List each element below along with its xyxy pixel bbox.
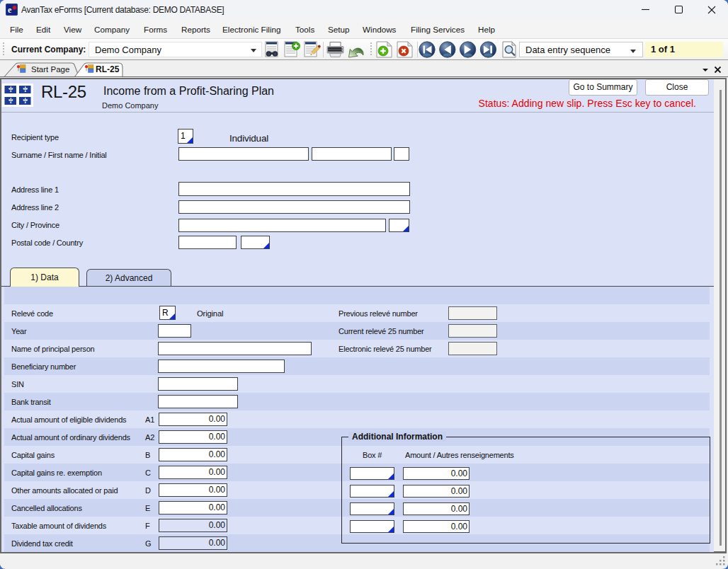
- svg-text:e: e: [8, 5, 12, 15]
